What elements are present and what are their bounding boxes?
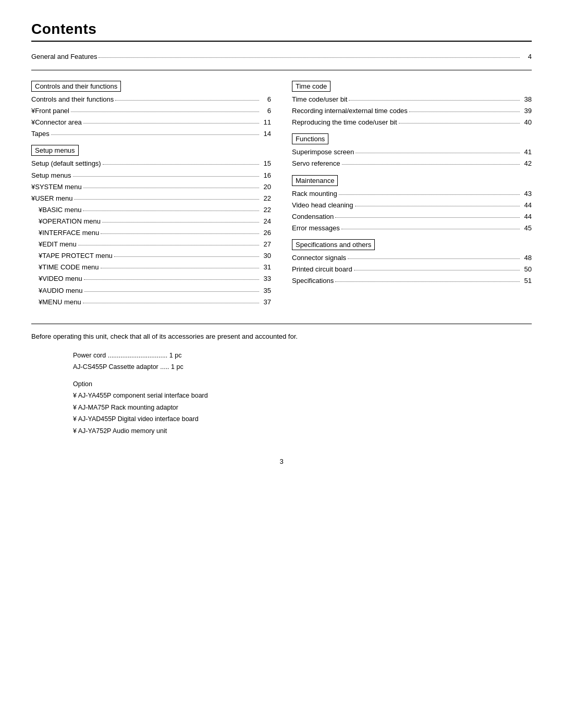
list-item: ¥EDIT menu 27 bbox=[31, 239, 271, 250]
option-label: Option bbox=[73, 378, 532, 390]
list-item: ¥Front panel 6 bbox=[31, 105, 271, 117]
list-item: ¥AUDIO menu 35 bbox=[31, 285, 271, 297]
list-item: ¥ AJ-MA75P Rack mounting adaptor bbox=[73, 402, 532, 414]
page-num: 4 bbox=[521, 51, 532, 63]
section-box-timecode: Time code bbox=[292, 81, 331, 92]
dots bbox=[99, 51, 520, 58]
list-item: Specifications 51 bbox=[292, 275, 532, 287]
list-item: ¥ AJ-YAD455P Digital video interface boa… bbox=[73, 413, 532, 425]
timecode-entries: Time code/user bit 38 Recording internal… bbox=[292, 94, 532, 128]
list-item: Connector signals 48 bbox=[292, 252, 532, 264]
list-item: ¥TIME CODE menu 31 bbox=[31, 262, 271, 273]
list-item: Time code/user bit 38 bbox=[292, 94, 532, 105]
section-box-controls: Controls and their functions bbox=[31, 81, 121, 92]
list-item: Tapes 14 bbox=[31, 128, 271, 140]
accessories-list: Power cord .............................… bbox=[31, 350, 532, 437]
page-number: 3 bbox=[31, 458, 532, 465]
list-item: Recording internal/external time codes 3… bbox=[292, 105, 532, 117]
section-box-maintenance: Maintenance bbox=[292, 175, 338, 186]
list-item: Video head cleaning 44 bbox=[292, 200, 532, 211]
list-item: ¥BASIC menu 22 bbox=[31, 204, 271, 216]
list-item: Controls and their functions 6 bbox=[31, 94, 271, 105]
section-box-functions: Functions bbox=[292, 133, 328, 144]
specs-entries: Connector signals 48 Printed circuit boa… bbox=[292, 252, 532, 287]
list-item: ¥MENU menu 37 bbox=[31, 297, 271, 308]
list-item: Superimpose screen 41 bbox=[292, 146, 532, 158]
list-item: ¥Connector area 11 bbox=[31, 117, 271, 128]
top-entry-general: General and Features 4 bbox=[31, 51, 532, 63]
list-item: ¥SYSTEM menu 20 bbox=[31, 181, 271, 193]
top-divider bbox=[31, 70, 532, 70]
list-item: Reproducing the time code/user bit 40 bbox=[292, 117, 532, 128]
setup-entries: Setup (default settings) 15 Setup menus … bbox=[31, 158, 271, 307]
list-item: AJ-CS455P Cassette adaptor ..... 1 pc bbox=[73, 361, 532, 373]
list-item: ¥TAPE PROTECT menu 30 bbox=[31, 250, 271, 262]
list-item: Servo reference 42 bbox=[292, 158, 532, 169]
list-item: Setup (default settings) 15 bbox=[31, 158, 271, 169]
left-column: Controls and their functions Controls an… bbox=[31, 76, 271, 308]
controls-entries: Controls and their functions 6 ¥Front pa… bbox=[31, 94, 271, 140]
maintenance-entries: Rack mounting 43 Video head cleaning 44 … bbox=[292, 188, 532, 234]
list-item: Printed circuit board 50 bbox=[292, 264, 532, 275]
bottom-section: Before operating this unit, check that a… bbox=[31, 324, 532, 437]
right-column: Time code Time code/user bit 38 Recordin… bbox=[292, 76, 532, 308]
section-box-specs: Specifications and others bbox=[292, 239, 375, 250]
list-item: ¥ AJ-YA455P component serial interface b… bbox=[73, 390, 532, 402]
page-title: Contents bbox=[31, 21, 532, 38]
entry-label: General and Features bbox=[31, 51, 97, 63]
list-item: Rack mounting 43 bbox=[292, 188, 532, 200]
list-item: Power cord .............................… bbox=[73, 350, 532, 362]
list-item: Error messages 45 bbox=[292, 223, 532, 234]
functions-entries: Superimpose screen 41 Servo reference 42 bbox=[292, 146, 532, 169]
list-item: Setup menus 16 bbox=[31, 170, 271, 181]
content-area: Controls and their functions Controls an… bbox=[31, 76, 532, 308]
list-item: ¥USER menu 22 bbox=[31, 193, 271, 204]
list-item: Condensation 44 bbox=[292, 211, 532, 223]
title-divider bbox=[31, 41, 532, 42]
bottom-note: Before operating this unit, check that a… bbox=[31, 332, 532, 340]
list-item: ¥INTERFACE menu 26 bbox=[31, 227, 271, 239]
list-item: ¥ AJ-YA752P Audio memory unit bbox=[73, 425, 532, 437]
list-item: ¥OPERATION menu 24 bbox=[31, 216, 271, 227]
section-box-setup: Setup menus bbox=[31, 145, 79, 156]
list-item: ¥VIDEO menu 33 bbox=[31, 273, 271, 285]
